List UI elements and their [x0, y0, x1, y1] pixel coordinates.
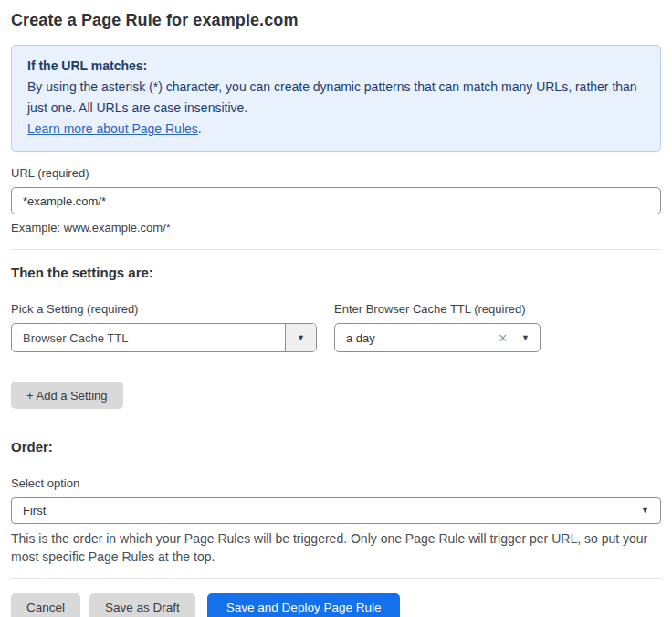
- url-helper-text: Example: www.example.com/*: [11, 221, 661, 235]
- ttl-picker-combobox[interactable]: a day ✕ ▼: [334, 323, 541, 352]
- setting-picker-label: Pick a Setting (required): [11, 302, 317, 316]
- link-period: .: [198, 121, 202, 136]
- ttl-picker-column: Enter Browser Cache TTL (required) a day…: [334, 280, 541, 352]
- clear-icon[interactable]: ✕: [498, 331, 508, 345]
- url-matches-info-box: If the URL matches: By using the asteris…: [11, 45, 661, 152]
- chevron-down-icon[interactable]: ▼: [521, 334, 530, 342]
- divider: [11, 424, 661, 424]
- footer-buttons: Cancel Save as Draft Save and Deploy Pag…: [11, 593, 661, 617]
- divider: [11, 578, 661, 579]
- chevron-down-icon: ▼: [297, 334, 305, 342]
- save-and-deploy-button[interactable]: Save and Deploy Page Rule: [207, 593, 401, 617]
- setting-picker-arrow-segment[interactable]: ▼: [285, 324, 316, 351]
- order-select-label: Select option: [11, 476, 661, 490]
- order-select[interactable]: First ▼: [11, 497, 661, 524]
- save-as-draft-button[interactable]: Save as Draft: [89, 593, 195, 617]
- create-page-rule-form: Create a Page Rule for example.com If th…: [0, 0, 672, 617]
- setting-picker-value: Browser Cache TTL: [12, 331, 285, 345]
- setting-picker-column: Pick a Setting (required) Browser Cache …: [11, 280, 317, 352]
- url-label: URL (required): [11, 166, 661, 180]
- info-box-link-line: Learn more about Page Rules.: [27, 119, 645, 140]
- order-select-value: First: [23, 504, 641, 518]
- url-input[interactable]: [11, 187, 661, 214]
- setting-picker-select[interactable]: Browser Cache TTL ▼: [11, 323, 317, 352]
- page-title: Create a Page Rule for example.com: [11, 11, 661, 30]
- order-section-heading: Order:: [11, 439, 661, 455]
- info-box-heading: If the URL matches:: [27, 56, 645, 77]
- order-helper-text: This is the order in which your Page Rul…: [11, 529, 661, 566]
- ttl-picker-label: Enter Browser Cache TTL (required): [334, 302, 541, 316]
- info-box-body: By using the asterisk (*) character, you…: [27, 77, 645, 119]
- settings-row: Pick a Setting (required) Browser Cache …: [11, 280, 661, 352]
- learn-more-link[interactable]: Learn more about Page Rules: [27, 121, 198, 136]
- chevron-down-icon: ▼: [641, 507, 649, 515]
- cancel-button[interactable]: Cancel: [11, 593, 80, 617]
- ttl-picker-value: a day: [346, 331, 498, 345]
- divider: [11, 249, 661, 250]
- add-setting-button[interactable]: + Add a Setting: [11, 382, 123, 409]
- settings-section-heading: Then the settings are:: [11, 265, 661, 280]
